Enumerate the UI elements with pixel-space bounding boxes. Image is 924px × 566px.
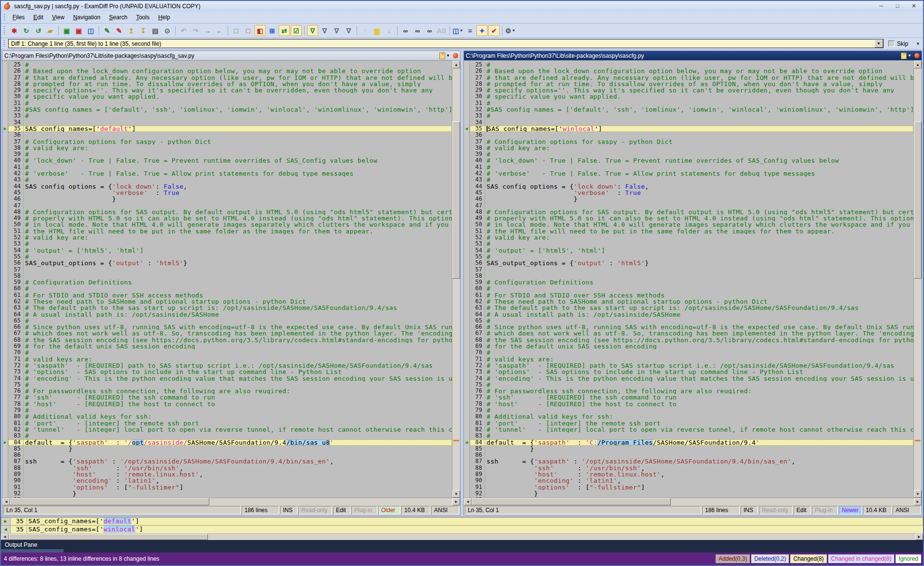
code-text[interactable]: # prompted for at run time. To dissallow… bbox=[24, 81, 452, 87]
dropdown-arrow-icon[interactable]: ▼ bbox=[460, 28, 463, 33]
vertical-scrollbar[interactable]: ▲▼ bbox=[913, 61, 922, 498]
code-text[interactable]: # For passwordless ssh connection, the f… bbox=[24, 388, 452, 394]
filter-added-button[interactable]: ∇ bbox=[319, 25, 330, 36]
edit-second-button[interactable]: ✎ bbox=[114, 25, 125, 36]
print-button[interactable]: ▤ bbox=[150, 25, 161, 36]
code-editor[interactable]: 25#26# Based upon the lock_down configur… bbox=[464, 61, 913, 498]
code-text[interactable]: # The default path to the sas start up s… bbox=[485, 305, 913, 311]
diff-detail-row[interactable]: ►35SAS_config_names=['default'] bbox=[1, 517, 923, 526]
scrollbar-track[interactable] bbox=[914, 68, 922, 490]
code-text[interactable]: ssh = {'saspath' : '/opt/sasinside/SASHo… bbox=[24, 458, 452, 464]
scrollbar-track[interactable] bbox=[452, 68, 460, 490]
code-text[interactable]: # bbox=[24, 318, 452, 324]
show-changed-button[interactable]: ◧ bbox=[255, 25, 266, 36]
menu-search[interactable]: Search bbox=[105, 13, 132, 22]
code-text[interactable]: # valid key are: bbox=[485, 234, 913, 241]
pane-save-icon[interactable] bbox=[439, 52, 445, 59]
code-text[interactable]: # valid key are: bbox=[24, 145, 452, 151]
code-text[interactable]: # bbox=[485, 164, 913, 170]
code-text[interactable]: SAS_config_names=['default'] bbox=[24, 126, 452, 132]
diff-selector-combo[interactable]: Diff 1: Change 1 line (35, first file) t… bbox=[8, 39, 884, 48]
code-text[interactable]: # bbox=[24, 285, 452, 292]
code-text[interactable]: # 'tunnel' - [integer] local port to ope… bbox=[24, 426, 452, 433]
code-text[interactable]: # These need path to SASHome and optiona… bbox=[485, 298, 913, 305]
code-text[interactable]: # valid key are: bbox=[485, 145, 913, 151]
code-text[interactable]: # bbox=[485, 285, 913, 292]
code-text[interactable] bbox=[24, 452, 452, 458]
code-text[interactable]: # Configuration options for saspy - pyth… bbox=[24, 139, 452, 145]
code-text[interactable]: #SAS_config_names = ['default', 'ssh', '… bbox=[24, 106, 452, 113]
code-text[interactable]: # bbox=[485, 62, 913, 68]
code-text[interactable]: # Additional valid keys for ssh: bbox=[24, 413, 452, 420]
code-text[interactable]: } bbox=[485, 446, 913, 452]
code-text[interactable]: ssh = {'saspath' : '/opt/sasinside/SASHo… bbox=[485, 458, 913, 464]
code-text[interactable]: # bbox=[485, 349, 913, 356]
word-wrap-button[interactable]: ≡ bbox=[464, 25, 475, 36]
code-text[interactable]: # prompted for at run time. To dissallow… bbox=[485, 81, 913, 87]
code-text[interactable]: } bbox=[24, 490, 452, 497]
copy-to-second-button[interactable]: ↓ bbox=[384, 25, 395, 36]
code-text[interactable]: # 'output' = ['html5', 'html'] bbox=[24, 247, 452, 254]
code-text[interactable]: default = {'saspath' : '/opt/sasinside/S… bbox=[24, 439, 452, 446]
code-text[interactable]: # properly with HTML 5.0 so it can also … bbox=[485, 215, 913, 221]
code-text[interactable]: # the SAS session encoding (see https://… bbox=[485, 337, 913, 343]
open-session-button[interactable]: ▰ bbox=[45, 25, 56, 36]
code-text[interactable]: } bbox=[24, 446, 452, 452]
code-text[interactable]: # Additional valid keys for ssh: bbox=[485, 413, 913, 420]
code-text[interactable]: # bbox=[485, 177, 913, 183]
code-text[interactable]: # bbox=[485, 407, 913, 413]
options-button[interactable]: ⚙▼ bbox=[505, 25, 516, 36]
menu-edit[interactable]: Edit bbox=[29, 13, 48, 22]
diff-detail-row[interactable]: ◄35SAS_config_names=['winlocal'] bbox=[1, 526, 923, 534]
code-text[interactable]: # bbox=[24, 164, 452, 170]
open-second-button[interactable]: ↧ bbox=[138, 25, 149, 36]
code-text[interactable]: # which does not work well as utf-8. So,… bbox=[485, 330, 913, 336]
code-text[interactable]: # Since python uses utf-8, running SAS w… bbox=[24, 324, 452, 330]
code-text[interactable]: # specify options=''. This way it's spec… bbox=[24, 87, 452, 93]
code-text[interactable]: # for the default unix SAS session encod… bbox=[24, 343, 452, 349]
code-text[interactable]: # 'host' - [REQUIRED] the host to connec… bbox=[485, 401, 913, 407]
find-next-button[interactable]: ∞ bbox=[412, 25, 423, 36]
code-text[interactable]: #SAS_config_names = ['default', 'ssh', '… bbox=[485, 106, 913, 113]
scroll-up-icon[interactable]: ▲ bbox=[452, 61, 460, 68]
code-text[interactable]: # 'encoding' - This is the python encodi… bbox=[485, 375, 913, 382]
code-text[interactable]: # 'encoding' - This is the python encodi… bbox=[24, 375, 452, 382]
code-text[interactable]: # Since python uses utf-8, running SAS w… bbox=[485, 324, 913, 330]
horizontal-scrollbar[interactable]: ◄► bbox=[464, 498, 922, 505]
prev-difference-button[interactable]: ← bbox=[214, 25, 225, 36]
toolbar-overflow-chevron[interactable]: ▼ bbox=[916, 41, 920, 46]
code-text[interactable]: # bbox=[24, 407, 452, 413]
save-first-button[interactable]: ▣ bbox=[61, 25, 72, 36]
code-text[interactable] bbox=[24, 267, 452, 273]
code-text[interactable] bbox=[485, 132, 913, 138]
code-text[interactable]: # 'lock_down' - True | False. True = Pre… bbox=[24, 157, 452, 164]
code-text[interactable]: # Configuration Definitions bbox=[485, 279, 913, 285]
close-button[interactable]: ✕ bbox=[908, 2, 920, 10]
code-text[interactable]: # that are defined already. Any necessar… bbox=[485, 75, 913, 81]
pane-menu-dropdown-icon[interactable]: ▼ bbox=[908, 53, 911, 58]
code-text[interactable]: # bbox=[24, 177, 452, 183]
code-text[interactable]: # in local mode. Note that HTML 4.0 will… bbox=[24, 221, 452, 228]
code-text[interactable]: # For passwordless ssh connection, the f… bbox=[485, 388, 913, 394]
code-text[interactable]: # 'ssh' - [REQUIRED] the ssh command to … bbox=[485, 394, 913, 400]
dropdown-arrow-icon[interactable]: ▼ bbox=[512, 28, 515, 33]
toolbar-grip[interactable] bbox=[3, 26, 6, 35]
code-text[interactable]: # Configuration options for SAS output. … bbox=[24, 209, 452, 215]
file-path-header[interactable]: C:\Program Files\Python\Python37\Lib\sit… bbox=[464, 51, 922, 61]
code-text[interactable] bbox=[485, 452, 913, 458]
current-diff-block-button[interactable]: ▆ bbox=[372, 25, 383, 36]
diff-panel-hscrollbar[interactable]: ◄ ► bbox=[1, 534, 923, 540]
code-text[interactable] bbox=[485, 119, 913, 126]
scroll-left-icon[interactable]: ◄ bbox=[464, 498, 472, 505]
code-text[interactable]: # bbox=[24, 62, 452, 68]
code-text[interactable]: # These need path to SASHome and optiona… bbox=[24, 298, 452, 305]
maximize-button[interactable]: □ bbox=[891, 2, 904, 10]
code-text[interactable]: # specify options=''. This way it's spec… bbox=[485, 87, 913, 93]
code-text[interactable]: # 'port' - [integer] the remote ssh port bbox=[485, 420, 913, 426]
title-bar[interactable]: sascfg_sav.py | sascfg.py - ExamDiff Pro… bbox=[1, 1, 923, 12]
code-text[interactable]: # 'output' = ['html5', 'html'] bbox=[485, 247, 913, 254]
code-text[interactable]: 'options' : ["-fullstimer"] bbox=[24, 484, 452, 490]
menubar-grip[interactable] bbox=[3, 13, 6, 22]
scrollbar-thumb[interactable] bbox=[914, 121, 922, 279]
scrollbar-thumb[interactable] bbox=[10, 498, 209, 505]
